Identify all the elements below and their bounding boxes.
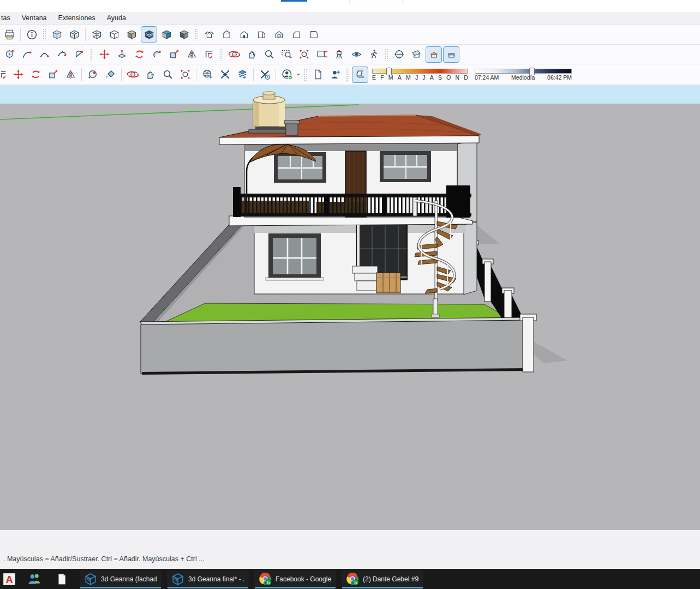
pie-button[interactable]	[71, 46, 87, 63]
extension-manager-button[interactable]	[256, 67, 273, 83]
account-icon	[282, 69, 293, 80]
menu-extensiones[interactable]: Extensiones	[58, 14, 95, 22]
style-shaded-button[interactable]	[123, 26, 140, 43]
view-left-button[interactable]	[288, 26, 304, 43]
previous-view-button[interactable]	[313, 46, 330, 63]
shadow-time-slider[interactable]: 07:24 AMMediodía06:42 PM	[475, 69, 572, 81]
toolbar-grip-handle[interactable]	[195, 28, 198, 40]
scale-button[interactable]	[45, 67, 61, 83]
time-slider-handle[interactable]	[529, 68, 535, 75]
two-point-arc-button[interactable]	[36, 46, 52, 63]
paint-sample-button[interactable]	[85, 67, 101, 83]
display-section-planes-button[interactable]	[408, 46, 424, 63]
extension-manager-icon	[259, 69, 271, 80]
view-iso-button[interactable]	[201, 26, 217, 43]
style-xray-button[interactable]	[49, 26, 65, 43]
move-button[interactable]	[96, 46, 112, 63]
viewport-3d[interactable]	[0, 85, 700, 530]
view-top-button[interactable]	[218, 26, 235, 43]
taskbar-window-chrome-5[interactable]: hFacebook - Google ...	[254, 570, 336, 588]
sketchup-icon	[84, 573, 97, 586]
move-button[interactable]	[10, 67, 26, 83]
style-back-edges-icon	[69, 29, 80, 40]
section-plane-button[interactable]	[391, 46, 407, 63]
flip-button[interactable]	[183, 46, 200, 63]
orbit-button[interactable]	[124, 67, 141, 83]
position-camera-button[interactable]	[331, 46, 347, 63]
print-button[interactable]	[1, 26, 17, 43]
taskbar-window-sketchup-4[interactable]: 3d Geanna final* - ...	[167, 570, 249, 588]
paint-bucket-button[interactable]	[102, 67, 118, 83]
style-shaded-textures-icon	[143, 29, 155, 40]
share-model-button[interactable]	[234, 67, 250, 83]
new-document-button[interactable]	[309, 67, 326, 83]
display-section-cuts-button[interactable]	[426, 46, 442, 63]
three-point-arc-button[interactable]	[53, 46, 70, 63]
walk-button[interactable]	[366, 46, 382, 63]
style-monochrome-button[interactable]	[176, 26, 192, 43]
taskbar-autocad-icon[interactable]: A	[1, 570, 17, 588]
rotate-button[interactable]	[131, 46, 147, 63]
toolbar-grip-handle[interactable]	[220, 49, 223, 61]
polygon-button[interactable]	[1, 46, 17, 63]
follow-me-button[interactable]	[148, 46, 165, 63]
arc-button[interactable]	[19, 46, 35, 63]
svg-text:A: A	[5, 573, 13, 585]
style-wireframe-button[interactable]	[88, 26, 105, 43]
active-window-indicator	[342, 587, 423, 588]
walk-icon	[368, 49, 380, 60]
taskbar-window-title: (2) Dante Gebel #95...	[363, 575, 419, 583]
zoom-window-button[interactable]	[278, 46, 295, 63]
zoom-extents-button[interactable]	[177, 67, 193, 83]
menu-ayuda[interactable]: Ayuda	[107, 14, 126, 22]
toolbar-grip-handle[interactable]	[385, 49, 388, 61]
taskbar-window-sketchup-3[interactable]: 3d Geanna (fachad...	[80, 570, 161, 588]
taskbar-window-chrome-6[interactable]: h(2) Dante Gebel #95...	[342, 570, 423, 588]
get-models-button[interactable]	[199, 67, 216, 83]
paint-bucket-icon	[105, 69, 116, 80]
menu-tas[interactable]: tas	[1, 14, 10, 22]
shadow-month-slider[interactable]: EFMAMJJASOND	[372, 69, 468, 81]
zoom-button[interactable]	[261, 46, 277, 63]
add-collaborator-button[interactable]	[327, 67, 343, 83]
view-front-button[interactable]	[236, 26, 252, 43]
pan-icon	[145, 69, 156, 80]
shadow-toggle-button[interactable]	[352, 67, 368, 83]
view-back-button[interactable]	[271, 26, 287, 43]
zoom-button[interactable]	[159, 67, 176, 83]
zoom-icon	[162, 69, 173, 80]
offset-button[interactable]	[201, 46, 217, 63]
style-shaded-colors-icon	[161, 29, 172, 40]
style-hidden-line-button[interactable]	[106, 26, 122, 43]
flip-icon	[186, 49, 198, 60]
month-slider-handle[interactable]	[386, 68, 392, 75]
look-around-button[interactable]	[348, 46, 364, 63]
taskbar-notepad-icon[interactable]	[53, 570, 70, 588]
model-info-button[interactable]	[23, 26, 40, 43]
style-shaded-colors-button[interactable]	[158, 26, 175, 43]
view-right-button[interactable]	[253, 26, 270, 43]
toolbar-grip-handle[interactable]	[90, 49, 93, 61]
style-back-edges-button[interactable]	[66, 26, 82, 43]
account-dropdown-caret[interactable]	[296, 70, 301, 80]
offset-icon	[204, 49, 215, 60]
display-section-fill-button[interactable]	[443, 46, 459, 63]
zoom-extents-button[interactable]	[296, 46, 312, 63]
menu-ventana[interactable]: Ventana	[22, 14, 47, 22]
push-pull-button[interactable]	[113, 46, 130, 63]
rotate-button[interactable]	[27, 67, 44, 83]
orbit-button[interactable]	[226, 46, 242, 63]
pan-button[interactable]	[142, 67, 158, 83]
toolbar-grip-handle[interactable]	[346, 69, 349, 81]
toolbar-grip-handle[interactable]	[43, 28, 46, 40]
extension-warehouse-button[interactable]	[217, 67, 233, 83]
scale-button[interactable]	[166, 46, 182, 63]
pan-button[interactable]	[243, 46, 260, 63]
flip-button[interactable]	[62, 67, 79, 83]
toolbar-grip-handle[interactable]	[303, 69, 307, 81]
view-bottom-button[interactable]	[306, 26, 322, 43]
style-shaded-textures-button[interactable]	[141, 26, 157, 43]
offset-button[interactable]	[1, 67, 9, 83]
account-button[interactable]	[279, 67, 295, 83]
taskbar-people-icon[interactable]	[26, 570, 43, 588]
